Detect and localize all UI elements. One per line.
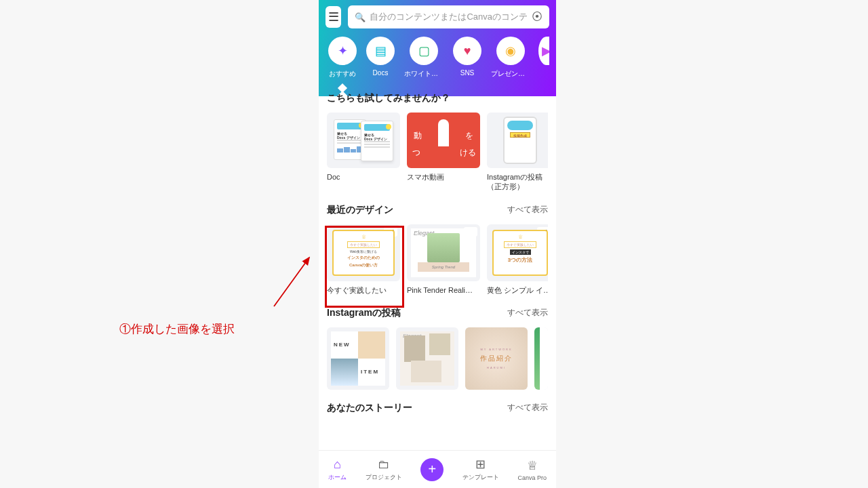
category-recommended[interactable]: ✦ おすすめ <box>328 37 357 89</box>
nav-label: プロジェクト <box>366 473 402 482</box>
spark-icon: ✦ <box>328 37 357 65</box>
nav-create[interactable]: + <box>420 458 443 481</box>
nav-label: テンプレート <box>462 473 499 482</box>
recent-card-3[interactable]: ••• ♕ 今すぐ実践したい インスタで 3つの方法 黄色 シンプル イ… <box>487 224 548 295</box>
menu-button[interactable]: ☰ <box>326 6 341 28</box>
bottom-nav: ⌂ ホーム 🗀 プロジェクト + ⊞ テンプレート ♕ Canva Pro <box>319 450 556 488</box>
category-presentation[interactable]: ◉ プレゼンテー… <box>491 37 530 89</box>
home-icon: ⌂ <box>334 458 341 472</box>
insta-card-2[interactable]: Elegant <box>396 327 458 390</box>
nav-home[interactable]: ⌂ ホーム <box>328 458 347 482</box>
section-try: こちらも試してみませんか？ 魅せるDocs デザイン <box>319 83 556 195</box>
section-recent: 最近のデザイン すべて表示 ••• ♕ 今すぐ実践したい Web集客に繋げる イ… <box>319 195 556 298</box>
nav-project[interactable]: 🗀 プロジェクト <box>366 458 402 482</box>
nav-pro[interactable]: ♕ Canva Pro <box>518 458 547 481</box>
heart-icon: ♥ <box>453 37 481 65</box>
cat-label: プレゼンテー… <box>491 69 530 79</box>
recent-card-2[interactable]: ••• Elegant Spring Trend Pink Tender Rea… <box>407 224 480 295</box>
insta-card-4[interactable] <box>534 327 548 390</box>
category-video[interactable]: ▶ <box>540 37 549 89</box>
section-story: あなたのストーリー すべて表示 <box>319 392 556 414</box>
whiteboard-icon: ▢ <box>410 37 438 65</box>
folder-icon: 🗀 <box>378 458 390 472</box>
annotation-text: ①作成した画像を選択 <box>119 321 235 337</box>
template-icon: ⊞ <box>475 457 486 472</box>
card-caption: Doc <box>327 172 400 182</box>
nav-label: ホーム <box>328 473 347 482</box>
card-caption: スマホ動画 <box>407 172 480 182</box>
see-all-link[interactable]: すべて表示 <box>507 402 548 413</box>
video-icon: ▶ <box>538 37 549 65</box>
card-caption: 黄色 シンプル イ… <box>487 285 548 295</box>
presentation-icon: ◉ <box>496 37 525 65</box>
insta-card-1[interactable]: NEW ITEM <box>327 327 389 390</box>
docs-icon: ▤ <box>366 37 395 65</box>
try-card-instagram-post[interactable]: 投稿作成 Instagramの投稿（正方形） <box>487 113 548 192</box>
section-title: 最近のデザイン <box>327 204 393 216</box>
try-card-smartphone-video[interactable]: 動 を つ ける スマホ動画 <box>407 113 480 192</box>
cat-label: SNS <box>460 69 475 77</box>
svg-line-0 <box>274 258 309 306</box>
section-title: あなたのストーリー <box>327 402 412 414</box>
search-icon: 🔍 <box>355 12 366 22</box>
try-card-doc[interactable]: 魅せるDocs デザイン 魅せるDocs デザイン Doc <box>327 113 400 192</box>
annotation-arrow <box>270 251 324 314</box>
crown-icon: ♕ <box>527 458 538 473</box>
card-caption: Instagramの投稿（正方形） <box>487 172 548 192</box>
search-input[interactable]: 🔍 自分のコンテンツまたはCanvaのコンテ ⦿ <box>348 5 549 28</box>
see-all-link[interactable]: すべて表示 <box>507 204 548 216</box>
content-area: こちらも試してみませんか？ 魅せるDocs デザイン <box>319 83 556 450</box>
category-sns[interactable]: ♥ SNS <box>453 37 481 89</box>
plus-icon: + <box>420 458 443 481</box>
camera-icon: ⦿ <box>532 11 542 23</box>
section-title: こちらも試してみませんか？ <box>327 92 450 104</box>
app-header: ☰ 🔍 自分のコンテンツまたはCanvaのコンテ ⦿ ✦ おすすめ ▤ Docs… <box>319 0 556 96</box>
cat-label: おすすめ <box>329 69 356 79</box>
card-caption: 今すぐ実践したい <box>327 285 400 295</box>
see-all-link[interactable]: すべて表示 <box>507 307 548 319</box>
phone-frame: ☰ 🔍 自分のコンテンツまたはCanvaのコンテ ⦿ ✦ おすすめ ▤ Docs… <box>319 0 556 488</box>
card-caption: Pink Tender Reali… <box>407 285 480 295</box>
section-title: Instagramの投稿 <box>327 307 401 319</box>
category-docs[interactable]: ▤ Docs <box>366 37 395 89</box>
category-whiteboard[interactable]: ▢ ホワイトボード <box>404 37 443 89</box>
recent-card-1[interactable]: ••• ♕ 今すぐ実践したい Web集客に繋げる インスタのための Canvaの… <box>327 224 400 295</box>
nav-label: Canva Pro <box>518 474 547 481</box>
hamburger-icon: ☰ <box>328 9 339 24</box>
cat-label: Docs <box>373 69 389 77</box>
insta-card-3[interactable]: MY ARTWORK 作品紹介 HARUMI <box>465 327 528 390</box>
nav-template[interactable]: ⊞ テンプレート <box>462 457 499 482</box>
cat-label: ホワイトボード <box>404 69 443 79</box>
search-placeholder: 自分のコンテンツまたはCanvaのコンテ <box>370 11 528 23</box>
section-instagram: Instagramの投稿 すべて表示 NEW ITEM <box>319 298 556 392</box>
